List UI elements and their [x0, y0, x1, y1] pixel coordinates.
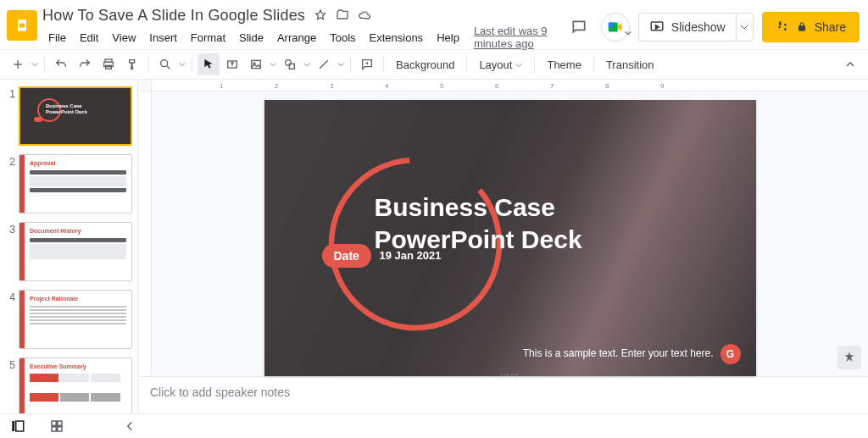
svg-rect-5 [779, 21, 782, 25]
svg-rect-21 [58, 427, 62, 431]
new-slide-button[interactable] [7, 53, 29, 75]
slide[interactable]: Business CasePowerPoint Deck Date 19 Jan… [264, 100, 756, 376]
comments-icon[interactable] [565, 14, 593, 41]
image-tool[interactable] [245, 53, 267, 75]
print-button[interactable] [97, 53, 120, 75]
svg-rect-1 [19, 24, 25, 28]
slide-number: 4 [5, 290, 15, 349]
textbox-tool[interactable] [221, 53, 243, 75]
menu-tools[interactable]: Tools [324, 29, 361, 47]
last-edit-link[interactable]: Last edit was 9 minutes ago [474, 25, 565, 50]
comment-tool[interactable] [356, 53, 378, 75]
image-dropdown[interactable] [269, 61, 277, 68]
filmstrip-view-icon[interactable] [7, 417, 29, 435]
menu-format[interactable]: Format [185, 29, 231, 47]
svg-rect-8 [106, 65, 112, 69]
svg-point-9 [161, 60, 168, 67]
select-tool[interactable] [198, 53, 220, 75]
svg-point-13 [286, 60, 292, 66]
date-value[interactable]: 19 Jan 2021 [380, 249, 442, 262]
transition-button[interactable]: Transition [599, 53, 661, 75]
notes-resize-handle[interactable]: ⋯⋯ [500, 370, 520, 380]
theme-button[interactable]: Theme [540, 53, 587, 75]
menu-insert[interactable]: Insert [143, 29, 183, 47]
document-title[interactable]: How To Save A Slide In Google Slides [42, 7, 305, 25]
background-button[interactable]: Background [389, 53, 461, 75]
zoom-button[interactable] [154, 53, 176, 75]
logo-dot: G [721, 344, 741, 364]
svg-rect-18 [52, 421, 56, 425]
move-icon[interactable] [336, 8, 349, 22]
paint-format-button[interactable] [121, 53, 143, 75]
svg-rect-19 [58, 421, 62, 425]
menu-bar: File Edit View Insert Format Slide Arran… [42, 27, 565, 47]
star-icon[interactable] [314, 8, 327, 22]
slide-number: 1 [5, 86, 15, 146]
zoom-dropdown[interactable] [178, 61, 186, 68]
slide-thumbnail-2[interactable]: Approval [19, 154, 132, 213]
svg-rect-11 [252, 60, 261, 68]
line-dropdown[interactable] [337, 61, 345, 68]
slide-canvas[interactable]: Business CasePowerPoint Deck Date 19 Jan… [152, 91, 868, 376]
toolbar: Background Layout Theme Transition [0, 49, 868, 80]
menu-extensions[interactable]: Extensions [364, 29, 430, 47]
filmstrip: 1 Business CasePowerPoint Deck 2 Approva… [0, 80, 138, 413]
slideshow-button[interactable]: Slideshow [638, 13, 754, 42]
cloud-status-icon[interactable] [358, 8, 371, 22]
slideshow-dropdown[interactable] [736, 14, 753, 41]
menu-arrange[interactable]: Arrange [271, 29, 322, 47]
shape-dropdown[interactable] [303, 61, 311, 68]
explore-button[interactable] [837, 346, 861, 369]
vertical-ruler[interactable] [138, 91, 152, 376]
share-label: Share [815, 20, 846, 34]
menu-file[interactable]: File [42, 29, 72, 47]
slide-thumbnail-4[interactable]: Project Rationale [19, 290, 132, 349]
layout-button[interactable]: Layout [472, 53, 529, 75]
menu-slide[interactable]: Slide [233, 29, 270, 47]
date-label[interactable]: Date [322, 244, 371, 268]
menu-help[interactable]: Help [431, 29, 465, 47]
hide-menus-button[interactable] [839, 53, 861, 75]
meet-icon[interactable] [601, 13, 630, 42]
new-slide-dropdown[interactable] [31, 61, 39, 68]
menu-edit[interactable]: Edit [74, 29, 104, 47]
shape-tool[interactable] [279, 53, 301, 75]
slide-number: 2 [5, 154, 15, 213]
slides-app-icon[interactable] [7, 10, 37, 41]
svg-rect-17 [16, 421, 24, 431]
bottom-bar [0, 413, 868, 438]
slide-thumbnail-1[interactable]: Business CasePowerPoint Deck [19, 86, 132, 146]
slide-thumbnail-5[interactable]: Executive Summary [19, 358, 132, 413]
slide-number: 3 [5, 222, 15, 281]
slide-thumbnail-3[interactable]: Document History [19, 222, 132, 281]
collapse-filmstrip-icon[interactable] [119, 417, 141, 435]
undo-button[interactable] [50, 53, 72, 75]
line-tool[interactable] [313, 53, 335, 75]
svg-rect-16 [12, 421, 14, 431]
slide-title[interactable]: Business CasePowerPoint Deck [375, 191, 582, 256]
slide-number: 5 [5, 358, 15, 413]
grid-view-icon[interactable] [46, 417, 68, 435]
speaker-notes[interactable]: Click to add speaker notes [138, 376, 868, 413]
slideshow-label: Slideshow [671, 20, 726, 34]
menu-view[interactable]: View [106, 29, 142, 47]
redo-button[interactable] [74, 53, 96, 75]
horizontal-ruler[interactable]: 1 2 3 4 5 6 7 8 9 [152, 80, 868, 91]
svg-rect-3 [609, 23, 614, 28]
share-button[interactable]: Share [762, 12, 860, 42]
sample-text[interactable]: This is a sample text. Enter your text h… [523, 347, 714, 359]
svg-rect-20 [52, 427, 56, 431]
